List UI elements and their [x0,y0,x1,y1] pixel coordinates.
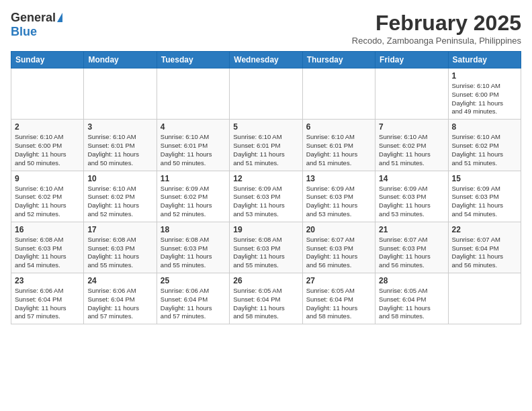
day-number: 16 [15,225,80,234]
calendar-week-row: 1Sunrise: 6:10 AM Sunset: 6:00 PM Daylig… [11,68,521,120]
day-number: 28 [379,276,444,285]
day-number: 8 [452,122,517,132]
day-number: 24 [87,276,152,285]
calendar-cell [11,68,84,120]
page-header: General Blue February 2025 Recodo, Zambo… [11,11,521,46]
day-info: Sunrise: 6:08 AM Sunset: 6:03 PM Dayligh… [15,236,80,270]
day-info: Sunrise: 6:06 AM Sunset: 6:04 PM Dayligh… [15,287,80,321]
day-info: Sunrise: 6:10 AM Sunset: 6:02 PM Dayligh… [452,133,517,167]
day-number: 7 [379,122,444,132]
calendar-cell [302,68,375,120]
day-info: Sunrise: 6:10 AM Sunset: 6:00 PM Dayligh… [15,133,80,167]
calendar-cell: 5Sunrise: 6:10 AM Sunset: 6:01 PM Daylig… [230,120,302,171]
day-number: 9 [15,174,80,183]
day-info: Sunrise: 6:09 AM Sunset: 6:03 PM Dayligh… [233,185,298,219]
day-number: 14 [379,174,444,183]
day-number: 3 [87,122,152,132]
day-info: Sunrise: 6:10 AM Sunset: 6:02 PM Dayligh… [15,185,80,219]
calendar-header-wednesday: Wednesday [230,52,302,68]
day-info: Sunrise: 6:08 AM Sunset: 6:03 PM Dayligh… [233,236,298,270]
day-info: Sunrise: 6:10 AM Sunset: 6:00 PM Dayligh… [452,82,517,116]
calendar-cell: 19Sunrise: 6:08 AM Sunset: 6:03 PM Dayli… [230,222,302,273]
logo-general-text: General [11,11,56,25]
calendar-cell: 18Sunrise: 6:08 AM Sunset: 6:03 PM Dayli… [157,222,229,273]
calendar-cell: 15Sunrise: 6:09 AM Sunset: 6:03 PM Dayli… [448,171,521,222]
calendar-cell: 10Sunrise: 6:10 AM Sunset: 6:02 PM Dayli… [84,171,157,222]
day-number: 25 [161,276,226,285]
calendar-cell: 24Sunrise: 6:06 AM Sunset: 6:04 PM Dayli… [84,273,157,324]
day-info: Sunrise: 6:06 AM Sunset: 6:04 PM Dayligh… [87,287,152,321]
day-info: Sunrise: 6:07 AM Sunset: 6:04 PM Dayligh… [452,236,517,270]
day-number: 12 [233,174,298,183]
calendar-cell: 8Sunrise: 6:10 AM Sunset: 6:02 PM Daylig… [448,120,521,171]
calendar-cell: 25Sunrise: 6:06 AM Sunset: 6:04 PM Dayli… [157,273,229,324]
day-number: 27 [306,276,371,285]
day-number: 1 [452,71,517,81]
day-info: Sunrise: 6:09 AM Sunset: 6:02 PM Dayligh… [161,185,226,219]
calendar-cell: 20Sunrise: 6:07 AM Sunset: 6:03 PM Dayli… [302,222,375,273]
day-info: Sunrise: 6:05 AM Sunset: 6:04 PM Dayligh… [306,287,371,321]
day-info: Sunrise: 6:07 AM Sunset: 6:03 PM Dayligh… [306,236,371,270]
day-number: 20 [306,225,371,234]
calendar-cell: 1Sunrise: 6:10 AM Sunset: 6:00 PM Daylig… [448,68,521,120]
calendar-header-monday: Monday [84,52,157,68]
calendar-cell: 21Sunrise: 6:07 AM Sunset: 6:03 PM Dayli… [375,222,448,273]
calendar-header-thursday: Thursday [302,52,375,68]
logo-blue-text: Blue [11,25,37,39]
day-info: Sunrise: 6:10 AM Sunset: 6:02 PM Dayligh… [379,133,444,167]
calendar-week-row: 16Sunrise: 6:08 AM Sunset: 6:03 PM Dayli… [11,222,521,273]
calendar-cell [448,273,521,324]
day-number: 18 [161,225,226,234]
day-info: Sunrise: 6:07 AM Sunset: 6:03 PM Dayligh… [379,236,444,270]
month-title: February 2025 [352,11,521,36]
calendar-cell: 13Sunrise: 6:09 AM Sunset: 6:03 PM Dayli… [302,171,375,222]
day-number: 26 [233,276,298,285]
calendar-cell: 6Sunrise: 6:10 AM Sunset: 6:01 PM Daylig… [302,120,375,171]
day-info: Sunrise: 6:10 AM Sunset: 6:02 PM Dayligh… [87,185,152,219]
calendar-cell: 14Sunrise: 6:09 AM Sunset: 6:03 PM Dayli… [375,171,448,222]
day-number: 22 [452,225,517,234]
day-number: 11 [161,174,226,183]
day-number: 21 [379,225,444,234]
calendar-cell: 11Sunrise: 6:09 AM Sunset: 6:02 PM Dayli… [157,171,229,222]
calendar-cell [84,68,157,120]
day-info: Sunrise: 6:09 AM Sunset: 6:03 PM Dayligh… [306,185,371,219]
calendar-cell: 26Sunrise: 6:05 AM Sunset: 6:04 PM Dayli… [230,273,302,324]
calendar-cell: 12Sunrise: 6:09 AM Sunset: 6:03 PM Dayli… [230,171,302,222]
calendar-header-friday: Friday [375,52,448,68]
calendar-cell: 7Sunrise: 6:10 AM Sunset: 6:02 PM Daylig… [375,120,448,171]
calendar-cell: 23Sunrise: 6:06 AM Sunset: 6:04 PM Dayli… [11,273,84,324]
day-info: Sunrise: 6:05 AM Sunset: 6:04 PM Dayligh… [379,287,444,321]
day-number: 17 [87,225,152,234]
day-info: Sunrise: 6:08 AM Sunset: 6:03 PM Dayligh… [87,236,152,270]
day-info: Sunrise: 6:09 AM Sunset: 6:03 PM Dayligh… [379,185,444,219]
location-subtitle: Recodo, Zamboanga Peninsula, Philippines [352,36,521,46]
day-number: 5 [233,122,298,132]
day-number: 23 [15,276,80,285]
calendar-cell: 4Sunrise: 6:10 AM Sunset: 6:01 PM Daylig… [157,120,229,171]
day-info: Sunrise: 6:06 AM Sunset: 6:04 PM Dayligh… [161,287,226,321]
day-info: Sunrise: 6:10 AM Sunset: 6:01 PM Dayligh… [233,133,298,167]
calendar-week-row: 2Sunrise: 6:10 AM Sunset: 6:00 PM Daylig… [11,120,521,171]
day-number: 4 [161,122,226,132]
calendar-cell: 28Sunrise: 6:05 AM Sunset: 6:04 PM Dayli… [375,273,448,324]
logo-triangle-icon [57,13,62,22]
day-info: Sunrise: 6:05 AM Sunset: 6:04 PM Dayligh… [233,287,298,321]
day-info: Sunrise: 6:09 AM Sunset: 6:03 PM Dayligh… [452,185,517,219]
calendar-cell: 3Sunrise: 6:10 AM Sunset: 6:01 PM Daylig… [84,120,157,171]
calendar-week-row: 9Sunrise: 6:10 AM Sunset: 6:02 PM Daylig… [11,171,521,222]
day-info: Sunrise: 6:10 AM Sunset: 6:01 PM Dayligh… [306,133,371,167]
calendar-cell: 9Sunrise: 6:10 AM Sunset: 6:02 PM Daylig… [11,171,84,222]
day-info: Sunrise: 6:08 AM Sunset: 6:03 PM Dayligh… [161,236,226,270]
day-number: 10 [87,174,152,183]
logo: General Blue [11,11,62,39]
day-info: Sunrise: 6:10 AM Sunset: 6:01 PM Dayligh… [87,133,152,167]
calendar-table: SundayMondayTuesdayWednesdayThursdayFrid… [11,51,521,324]
day-number: 15 [452,174,517,183]
calendar-cell: 16Sunrise: 6:08 AM Sunset: 6:03 PM Dayli… [11,222,84,273]
day-number: 13 [306,174,371,183]
calendar-cell: 27Sunrise: 6:05 AM Sunset: 6:04 PM Dayli… [302,273,375,324]
calendar-header-saturday: Saturday [448,52,521,68]
day-number: 6 [306,122,371,132]
calendar-cell [230,68,302,120]
